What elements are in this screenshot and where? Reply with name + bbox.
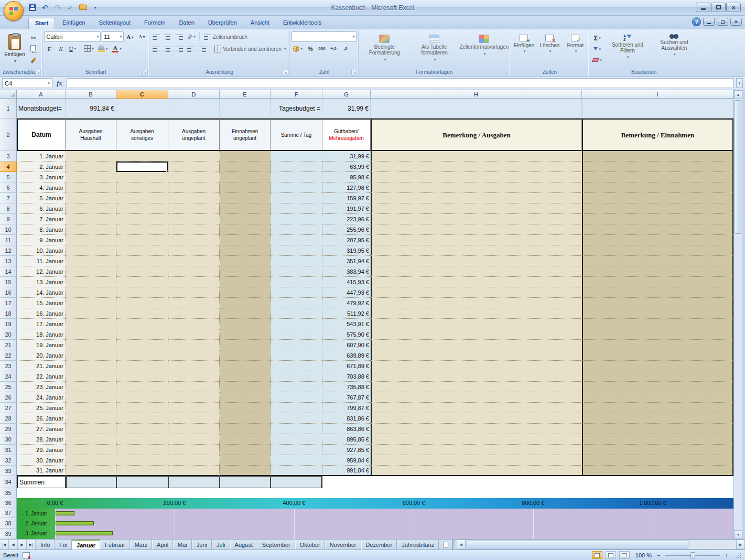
cell-F12[interactable] [271, 245, 322, 256]
align-right-button[interactable] [174, 44, 185, 54]
cell-D2[interactable]: Ausgabenungeplant [168, 119, 220, 151]
formula-input[interactable] [67, 78, 734, 88]
cell-F32[interactable] [271, 455, 322, 466]
zoom-level[interactable]: 100 % [633, 552, 652, 558]
cell-G8[interactable]: 191,97 € [322, 203, 371, 214]
cell-C15[interactable] [116, 277, 168, 287]
sort-filter-button[interactable]: AZ Sortieren und Filtern ▾ [605, 31, 650, 68]
cell-E22[interactable] [220, 350, 271, 361]
row-header-13[interactable]: 13 [0, 256, 17, 266]
cell-B7[interactable] [66, 193, 116, 203]
cell-B6[interactable] [66, 182, 116, 193]
cell-B1[interactable]: 991,84 € [66, 99, 116, 119]
row-header-4[interactable]: 4 [0, 161, 17, 172]
dialog-launcher-icon[interactable]: ↘ [142, 70, 148, 76]
sheet-tab-dezember[interactable]: Dezember [361, 540, 397, 550]
cell-H21[interactable] [371, 340, 582, 350]
cell-C29[interactable] [116, 424, 168, 434]
accounting-format-button[interactable]: €▾ [291, 44, 304, 53]
row-header-26[interactable]: 26 [0, 392, 17, 403]
cell-G13[interactable]: 351,94 € [322, 256, 371, 266]
zoom-out-button[interactable]: − [655, 552, 662, 559]
cell-B21[interactable] [66, 340, 116, 350]
row-header-15[interactable]: 15 [0, 277, 17, 287]
cell-I1[interactable] [582, 99, 733, 119]
cell-H26[interactable] [371, 392, 582, 403]
cell-C26[interactable] [116, 392, 168, 403]
cell-E20[interactable] [220, 329, 271, 340]
insert-function-button[interactable]: fx [55, 79, 64, 88]
cell-F19[interactable] [271, 319, 322, 329]
cell-H3[interactable] [371, 151, 582, 161]
close-button[interactable]: × [726, 3, 741, 12]
cell-D29[interactable] [168, 424, 220, 434]
cell-I17[interactable] [582, 298, 733, 308]
cell-C17[interactable] [116, 298, 168, 308]
shrink-font-button[interactable]: A▼ [137, 32, 147, 42]
cell-H4[interactable] [371, 161, 582, 172]
autosum-button[interactable]: Σ▾ [591, 33, 603, 43]
column-header-B[interactable]: B [66, 90, 116, 99]
bold-button[interactable]: F [44, 44, 55, 53]
cell-G7[interactable]: 159,97 € [322, 193, 371, 203]
cell-H23[interactable] [371, 361, 582, 371]
row-header-22[interactable]: 22 [0, 350, 17, 361]
cell-B14[interactable] [66, 266, 116, 277]
row-header-14[interactable]: 14 [0, 266, 17, 277]
cell-D4[interactable] [168, 161, 220, 172]
cell-F21[interactable] [271, 340, 322, 350]
zoom-in-button[interactable]: + [723, 552, 730, 559]
cell-H11[interactable] [371, 235, 582, 245]
resize-grip[interactable] [735, 552, 742, 559]
cell-C33[interactable] [116, 466, 168, 476]
cell-A7[interactable]: 5. Januar [17, 193, 66, 203]
ribbon-tab-seitenlayout[interactable]: Seitenlayout [93, 18, 137, 29]
cell-I7[interactable] [582, 193, 733, 203]
restore-button[interactable] [711, 3, 726, 12]
cell-G6[interactable]: 127,98 € [322, 182, 371, 193]
cell-F17[interactable] [271, 298, 322, 308]
cell-G14[interactable]: 383,94 € [322, 266, 371, 277]
cell-E9[interactable] [220, 214, 271, 224]
cell-C31[interactable] [116, 445, 168, 455]
italic-button[interactable]: K [56, 44, 66, 53]
fill-button[interactable]: ▾ [591, 44, 603, 54]
ribbon-tab-überprüfen[interactable]: Überprüfen [202, 18, 243, 29]
cell-G31[interactable]: 927,85 € [322, 445, 371, 455]
workbook-restore-button[interactable] [717, 18, 728, 26]
cell-H12[interactable] [371, 245, 582, 256]
cell-C20[interactable] [116, 329, 168, 340]
row-header-38[interactable]: 38 [0, 518, 17, 529]
cell-E34[interactable] [220, 476, 271, 488]
cell-H28[interactable] [371, 413, 582, 424]
cell-G19[interactable]: 543,91 € [322, 319, 371, 329]
scroll-right-button[interactable]: ▶ [736, 540, 745, 550]
cell-I28[interactable] [582, 413, 733, 424]
find-select-button[interactable]: Suchen und Auswählen ▾ [652, 31, 697, 68]
row-header-1[interactable]: 1 [0, 99, 17, 119]
cell-B15[interactable] [66, 277, 116, 287]
cell-B9[interactable] [66, 214, 116, 224]
row-header-3[interactable]: 3 [0, 151, 17, 161]
sheet-tab-juni[interactable]: Juni [192, 540, 212, 550]
row-header-17[interactable]: 17 [0, 298, 17, 308]
cell-C9[interactable] [116, 214, 168, 224]
row-header-39[interactable]: 39 [0, 529, 17, 539]
row-header-23[interactable]: 23 [0, 361, 17, 371]
cell-C22[interactable] [116, 350, 168, 361]
cell-I13[interactable] [582, 256, 733, 266]
cell-D6[interactable] [168, 182, 220, 193]
vertical-scrollbar[interactable]: ▲ ▼ [733, 90, 742, 539]
cell-E3[interactable] [220, 151, 271, 161]
cell-A35[interactable] [17, 488, 733, 498]
row-header-5[interactable]: 5 [0, 172, 17, 182]
wrap-text-button[interactable]: Zeilenumbruch [202, 31, 250, 42]
cell-B30[interactable] [66, 434, 116, 445]
cell-E25[interactable] [220, 382, 271, 392]
cell-B2[interactable]: AusgabenHaushalt [66, 119, 116, 151]
cell-I26[interactable] [582, 392, 733, 403]
cell-A11[interactable]: 9. Januar [17, 235, 66, 245]
cell-C16[interactable] [116, 287, 168, 298]
row-header-9[interactable]: 9 [0, 214, 17, 224]
cell-E33[interactable] [220, 466, 271, 476]
